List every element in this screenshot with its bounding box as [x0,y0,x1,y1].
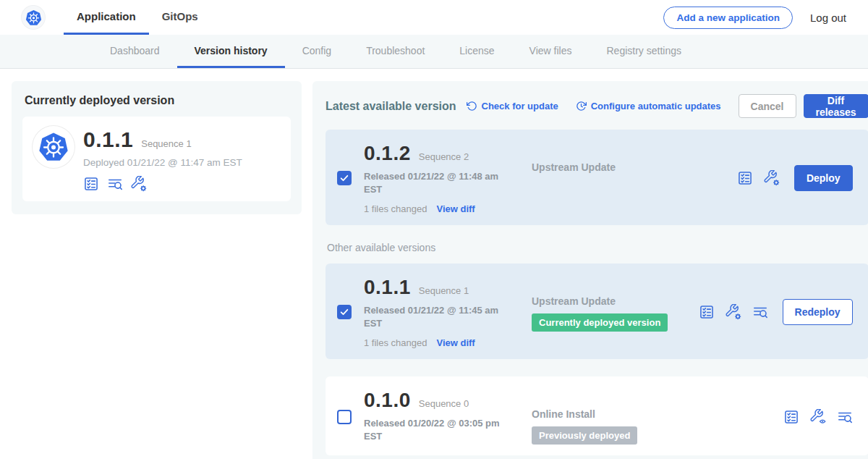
version-number: 0.1.2 [364,142,411,165]
released-timestamp: Released 01/21/22 @ 11:45 am EST [364,304,512,329]
top-nav: ApplicationGitOps Add a new application … [0,0,868,35]
preflight-checks-icon[interactable] [83,176,99,192]
deployment-status-badge: Previously deployed [532,426,637,445]
preflight-checks-icon[interactable] [783,409,799,425]
available-versions-panel: Latest available version Check for updat… [312,81,868,459]
files-changed-label: 1 files changed [364,203,427,214]
clock-rotate-icon [576,101,587,111]
subnav-item-version-history[interactable]: Version history [177,35,285,68]
sequence-label: Sequence 0 [419,398,469,409]
deploy-logs-icon[interactable] [107,176,123,192]
subnav-item-config[interactable]: Config [285,35,349,68]
available-versions-header: Latest available version Check for updat… [326,94,868,118]
deployment-status-badge: Currently deployed version [532,313,668,332]
edit-config-icon[interactable] [726,304,741,320]
deployed-version-card: 0.1.1 Sequence 1 Deployed 01/21/22 @ 11:… [22,117,291,201]
currently-deployed-panel: Currently deployed version 0.1.1 Sequenc… [12,81,302,214]
version-source-label: Online Install [532,408,669,420]
version-select-checkbox[interactable] [337,410,352,424]
top-tab-application[interactable]: Application [64,0,149,35]
sequence-label: Sequence 2 [419,151,469,162]
kubernetes-logo-icon [22,6,45,29]
version-number: 0.1.0 [364,389,411,412]
main-content: Currently deployed version 0.1.1 Sequenc… [0,69,868,459]
subnav-item-license[interactable]: License [442,35,511,68]
currently-deployed-title: Currently deployed version [25,94,289,107]
latest-available-title: Latest available version [326,100,456,113]
deployed-version-number: 0.1.1 [83,127,133,152]
refresh-icon [467,101,477,111]
sequence-label: Sequence 1 [419,285,469,296]
deploy-logs-icon[interactable] [752,304,768,320]
view-diff-link[interactable]: View diff [436,203,475,214]
top-tab-gitops[interactable]: GitOps [149,0,211,35]
version-source-label: Upstream Update [532,295,669,307]
version-source-label: Upstream Update [532,161,669,173]
deployed-timestamp: Deployed 01/21/22 @ 11:47 am EST [83,157,242,168]
configure-automatic-updates-link[interactable]: Configure automatic updates [576,101,721,111]
check-for-update-link[interactable]: Check for update [467,101,558,111]
edit-config-icon[interactable] [764,170,780,186]
version-card: 0.1.0 Sequence 0 Released 01/20/22 @ 03:… [326,376,868,455]
view-config-icon[interactable] [810,409,826,425]
cancel-button[interactable]: Cancel [739,94,796,118]
released-timestamp: Released 01/20/22 @ 03:05 pm EST [364,417,512,442]
top-nav-tabs: ApplicationGitOps [64,0,211,35]
deployed-sequence-label: Sequence 1 [141,138,191,149]
edit-config-icon[interactable] [131,176,147,192]
released-timestamp: Released 01/21/22 @ 11:48 am EST [364,170,512,195]
diff-releases-button[interactable]: Diff releases [804,94,868,118]
log-out-button[interactable]: Log out [810,12,846,24]
subnav-item-dashboard[interactable]: Dashboard [93,35,177,68]
preflight-checks-icon[interactable] [699,304,715,320]
subnav-item-troubleshoot[interactable]: Troubleshoot [349,35,442,68]
configure-automatic-updates-label: Configure automatic updates [591,101,721,111]
redeploy-button[interactable]: Redeploy [783,299,853,325]
version-number: 0.1.1 [364,276,411,299]
check-for-update-label: Check for update [482,101,558,111]
deploy-button[interactable]: Deploy [794,165,853,191]
add-new-application-button[interactable]: Add a new application [663,7,793,29]
view-diff-link[interactable]: View diff [436,337,475,348]
version-card: 0.1.1 Sequence 1 Released 01/21/22 @ 11:… [326,264,868,359]
version-select-checkbox[interactable] [337,305,352,319]
version-card: 0.1.2 Sequence 2 Released 01/21/22 @ 11:… [326,130,868,225]
app-sub-nav: DashboardVersion historyConfigTroublesho… [0,35,868,69]
subnav-item-view-files[interactable]: View files [512,35,590,68]
other-available-versions-title: Other available versions [327,242,867,253]
preflight-checks-icon[interactable] [737,170,753,186]
deploy-logs-icon[interactable] [837,409,853,425]
subnav-item-registry-settings[interactable]: Registry settings [589,35,698,68]
checkmark-icon [339,173,349,183]
files-changed-label: 1 files changed [364,337,427,348]
app-kubernetes-icon [33,126,75,168]
version-select-checkbox[interactable] [337,171,352,185]
checkmark-icon [339,307,349,317]
